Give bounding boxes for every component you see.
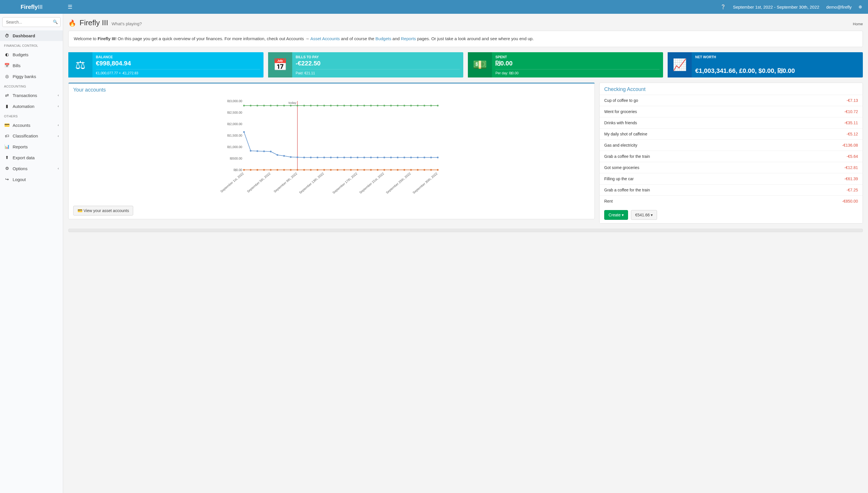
- search-icon[interactable]: 🔍: [53, 20, 58, 24]
- accounts-panel-title[interactable]: Your accounts: [69, 84, 594, 95]
- transaction-row[interactable]: Grab a coffee for the train-€7.25: [600, 184, 863, 195]
- link-reports[interactable]: Reports: [401, 36, 416, 41]
- transaction-amount: -€5.12: [846, 132, 858, 136]
- transaction-amount: -€61.39: [845, 176, 858, 181]
- svg-point-25: [350, 105, 352, 106]
- sidebar-item-transactions[interactable]: ⇄Transactions‹: [0, 90, 63, 101]
- sidebar: 🔍 ⏱DashboardFINANCIAL CONTROL◐Budgets📅Bi…: [0, 14, 63, 493]
- svg-point-86: [357, 169, 359, 171]
- sidebar-item-icon: 📅: [4, 63, 10, 68]
- svg-point-84: [343, 169, 345, 171]
- svg-text:₪2,000.00: ₪2,000.00: [227, 122, 242, 126]
- svg-point-29: [377, 105, 379, 106]
- sidebar-item-logout[interactable]: ↪Logout: [0, 174, 63, 185]
- transaction-row[interactable]: Drinks with friends-€35.11: [600, 117, 863, 128]
- checking-account-panel: Checking Account Cup of coffee to go-€7.…: [599, 83, 863, 223]
- transaction-label: Filling up the car: [604, 176, 634, 181]
- help-icon[interactable]: ❔: [720, 4, 726, 9]
- transaction-row[interactable]: Cup of coffee to go-€7.13: [600, 95, 863, 106]
- user-menu[interactable]: demo@firefly: [826, 5, 852, 9]
- transaction-label: Gas and electricity: [604, 143, 637, 148]
- svg-point-82: [330, 169, 332, 171]
- transaction-amount: -€136.08: [842, 143, 858, 148]
- sidebar-item-classification[interactable]: 🏷Classification‹: [0, 131, 63, 141]
- calendar-icon: 📅: [268, 52, 292, 78]
- sidebar-item-icon: ⚙: [4, 166, 10, 171]
- add-icon[interactable]: ⊕: [859, 4, 862, 9]
- svg-text:September 17th, 2022: September 17th, 2022: [332, 172, 358, 194]
- svg-point-81: [323, 169, 325, 171]
- balance-icon: ⚖: [68, 52, 92, 78]
- sidebar-item-label: Automation: [13, 104, 35, 109]
- svg-point-52: [330, 156, 332, 158]
- svg-point-73: [270, 169, 272, 171]
- svg-point-76: [290, 169, 292, 171]
- transaction-row[interactable]: Went for groceries-€10.72: [600, 106, 863, 117]
- horizontal-scrollbar[interactable]: [68, 229, 863, 232]
- breadcrumb[interactable]: Home: [853, 22, 863, 26]
- svg-point-91: [390, 169, 392, 171]
- transaction-row[interactable]: My daily shot of caffeine-€5.12: [600, 128, 863, 140]
- transaction-row[interactable]: Got some groceries-€12.81: [600, 162, 863, 173]
- svg-text:September 13th, 2022: September 13th, 2022: [298, 172, 324, 194]
- sidebar-toggle[interactable]: ☰: [63, 4, 77, 10]
- info-box-bills[interactable]: 📅 BILLS TO PAY -€222.50 Paid: €21.11: [268, 52, 463, 78]
- link-budgets[interactable]: Budgets: [376, 36, 391, 41]
- transaction-row[interactable]: Filling up the car-€61.39: [600, 173, 863, 184]
- svg-point-30: [383, 105, 385, 106]
- welcome-callout: Welcome to Firefly III! On this page you…: [68, 31, 863, 47]
- sidebar-item-reports[interactable]: 📊Reports: [0, 141, 63, 152]
- sidebar-item-piggy-banks[interactable]: ◎Piggy banks: [0, 71, 63, 82]
- svg-point-44: [276, 154, 278, 156]
- sidebar-item-accounts[interactable]: 💳Accounts‹: [0, 120, 63, 131]
- sidebar-item-budgets[interactable]: ◐Budgets: [0, 49, 63, 60]
- info-box-balance[interactable]: ⚖ BALANCE €998,804.94 €1,000,077.77 + -€…: [68, 52, 263, 78]
- balance-dropdown-button[interactable]: €541.66 ▾: [631, 210, 657, 220]
- caret-down-icon: ▾: [651, 213, 653, 217]
- sidebar-item-export-data[interactable]: ⬆Export data: [0, 152, 63, 163]
- sidebar-item-label: Piggy banks: [13, 74, 36, 79]
- svg-point-40: [250, 150, 251, 151]
- svg-point-24: [343, 105, 345, 106]
- sidebar-item-label: Export data: [13, 155, 35, 160]
- search-input[interactable]: [2, 17, 61, 27]
- transaction-row[interactable]: Rent-€850.00: [600, 195, 863, 207]
- checking-panel-title[interactable]: Checking Account: [600, 83, 863, 95]
- sidebar-item-bills[interactable]: 📅Bills: [0, 60, 63, 71]
- svg-point-15: [283, 105, 285, 106]
- sidebar-section-header: FINANCIAL CONTROL: [0, 41, 63, 49]
- svg-point-13: [270, 105, 272, 106]
- chevron-left-icon: ‹: [58, 134, 59, 138]
- sidebar-item-icon: ▮: [4, 104, 10, 109]
- view-asset-accounts-button[interactable]: 💳 View your asset accounts: [73, 206, 133, 215]
- svg-point-33: [404, 105, 405, 106]
- svg-point-55: [350, 156, 352, 158]
- info-box-networth[interactable]: 📈 NET WORTH €1,003,341.66, £0.00, $0.00,…: [668, 52, 863, 78]
- svg-point-79: [310, 169, 312, 171]
- svg-point-9: [243, 105, 245, 106]
- svg-point-17: [297, 105, 298, 106]
- svg-point-65: [417, 156, 419, 158]
- transaction-row[interactable]: Grab a coffee for the train-€5.64: [600, 151, 863, 162]
- date-range-picker[interactable]: September 1st, 2022 - September 30th, 20…: [733, 5, 819, 9]
- info-box-spent[interactable]: 💵 SPENT ₪0.00 Per day: ₪0.00: [468, 52, 663, 78]
- svg-point-93: [404, 169, 405, 171]
- transaction-label: Got some groceries: [604, 165, 639, 170]
- transaction-amount: -€12.81: [845, 165, 858, 170]
- sidebar-item-options[interactable]: ⚙Options‹: [0, 163, 63, 174]
- svg-point-51: [323, 156, 325, 158]
- sidebar-item-dashboard[interactable]: ⏱Dashboard: [0, 30, 63, 41]
- transaction-label: Rent: [604, 199, 613, 203]
- accounts-chart: ₪0.00₪500.00₪1,000.00₪1,500.00₪2,000.00₪…: [73, 98, 590, 196]
- svg-point-78: [303, 169, 305, 171]
- create-button[interactable]: Create ▾: [604, 210, 628, 220]
- svg-point-54: [343, 156, 345, 158]
- transaction-row[interactable]: Gas and electricity-€136.08: [600, 140, 863, 151]
- app-logo[interactable]: FireflyIII: [0, 4, 63, 10]
- link-asset-accounts[interactable]: Asset Accounts: [310, 36, 340, 41]
- svg-point-10: [250, 105, 251, 106]
- sidebar-item-automation[interactable]: ▮Automation‹: [0, 101, 63, 112]
- svg-point-59: [377, 156, 379, 158]
- transaction-amount: -€10.72: [845, 109, 858, 114]
- sidebar-item-icon: ⇄: [4, 93, 10, 98]
